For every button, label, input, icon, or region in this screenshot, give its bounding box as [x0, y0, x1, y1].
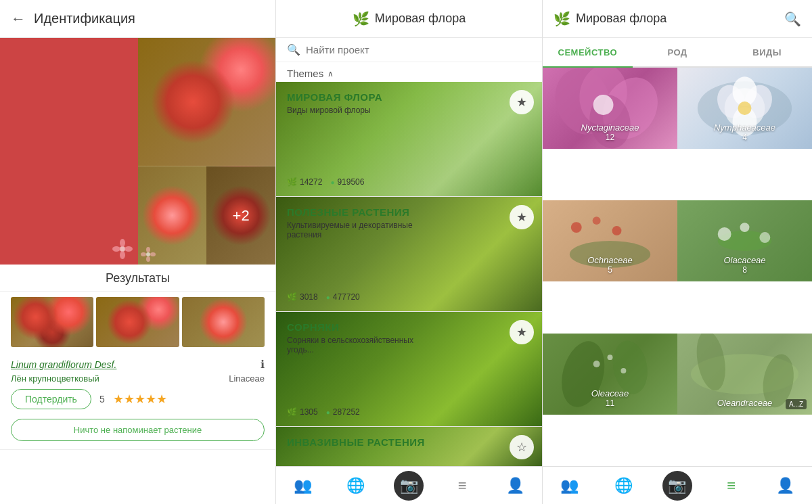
chevron-up-icon[interactable]: ∧ — [328, 69, 334, 78]
taxon-oleaceae[interactable]: Oleaceae 11 — [543, 334, 677, 415]
panel2-title: Мировая флора — [375, 12, 466, 26]
star-button[interactable]: ★ — [510, 90, 534, 114]
globe-icon: 🌐 — [614, 477, 633, 495]
svg-point-37 — [608, 354, 613, 360]
themes-label[interactable]: Themes — [287, 68, 323, 79]
themes-row: Themes ∧ — [276, 62, 542, 82]
more-photos-count: +2 — [233, 207, 250, 225]
svg-point-31 — [740, 223, 750, 232]
obs-icon: ● — [330, 179, 334, 186]
star-button[interactable]: ★ — [510, 205, 534, 229]
result-thumb-1[interactable] — [11, 297, 93, 347]
taxonomy-tabs: СЕМЕЙСТВО РОД ВИДЫ — [543, 38, 812, 68]
result-thumb-3[interactable] — [182, 297, 265, 347]
taxon-nyctaginaceae[interactable]: Nyctaginaceae 12 — [543, 68, 677, 149]
flora-item-stats: 🌿 1305 ● 287252 — [287, 407, 531, 417]
svg-point-6 — [146, 247, 150, 252]
confirm-button[interactable]: Подтердить — [11, 389, 91, 409]
nav-community[interactable]: 👥 — [543, 467, 597, 504]
camera-button[interactable]: 📷 — [662, 471, 692, 501]
star-button[interactable]: ☆ — [510, 435, 534, 459]
svg-point-30 — [759, 232, 770, 243]
search-bar: 🔍 — [276, 38, 542, 62]
flora-item-world[interactable]: МИРОВАЯ ФЛОРА Виды мировой флоры 🌿 14272… — [276, 82, 542, 197]
search-icon[interactable]: 🔍 — [784, 11, 801, 27]
star-icon: ★ — [516, 325, 527, 340]
nav-camera[interactable]: 📷 — [650, 467, 704, 504]
az-badge: A...Z — [786, 399, 807, 409]
svg-point-0 — [120, 246, 125, 252]
result-thumbnails — [0, 292, 275, 352]
flora-item-useful[interactable]: ПОЛЕЗНЫЕ РАСТЕНИЯ Культивируемые и декор… — [276, 197, 542, 312]
panel-world-flora-taxonomy: 🌿 Мировая флора 🔍 СЕМЕЙСТВО РОД ВИДЫ — [543, 0, 812, 504]
info-icon[interactable]: ℹ — [261, 358, 265, 371]
bottom-nav: 👥 🌐 📷 ≡ 👤 — [276, 466, 542, 504]
taxon-count: 11 — [543, 398, 677, 408]
svg-point-3 — [112, 246, 120, 252]
svg-point-23 — [571, 222, 582, 233]
nav-profile[interactable]: 👤 — [758, 467, 812, 504]
taxon-oleandraceae[interactable]: Oleandraceae A...Z — [677, 334, 812, 415]
tab-species[interactable]: ВИДЫ — [722, 38, 812, 66]
star-button[interactable]: ★ — [510, 320, 534, 344]
obs-icon: ● — [326, 409, 330, 416]
star-icon: ★ — [516, 210, 527, 225]
camera-button[interactable]: 📷 — [394, 471, 424, 501]
taxon-name: Nyctaginaceae 12 — [543, 122, 677, 142]
flora-count2: 919506 — [337, 177, 364, 187]
flora-item-desc: Сорняки в сельскохозяйственных угодь... — [287, 336, 422, 354]
photo-top-right[interactable] — [138, 38, 276, 166]
globe-icon: 🌐 — [346, 477, 365, 495]
svg-point-8 — [141, 252, 146, 256]
search-icon: 🔍 — [287, 43, 300, 56]
photo-bottom-left[interactable] — [138, 166, 207, 265]
nav-camera[interactable]: 📷 — [382, 467, 436, 504]
flora-count1: 3018 — [300, 292, 318, 302]
flora-item-stats: 🌿 3018 ● 477720 — [287, 292, 531, 302]
leaf-icon: 🌿 — [353, 11, 369, 27]
plant-icon: 🌿 — [287, 292, 297, 302]
result-thumb-2[interactable] — [96, 297, 179, 347]
main-photo[interactable] — [0, 38, 138, 265]
species-info: Linum grandiflorum Desf. ℹ Лён крупноцве… — [0, 352, 275, 450]
nav-globe[interactable]: 🌐 — [597, 467, 651, 504]
nav-menu[interactable]: ≡ — [704, 467, 759, 504]
panel3-header: 🌿 Мировая флора 🔍 — [543, 0, 812, 38]
svg-point-35 — [593, 361, 600, 367]
tab-genus[interactable]: РОД — [633, 38, 723, 66]
taxon-nymphaeaceae[interactable]: Nymphaeaceae 4 — [677, 68, 812, 149]
panel-world-flora-search: 🌿 Мировая флора 🔍 Themes ∧ МИРОВАЯ ФЛОРА… — [276, 0, 543, 504]
taxon-count: 5 — [543, 265, 677, 275]
panel3-title: Мировая флора — [576, 12, 667, 26]
svg-point-14 — [593, 95, 614, 115]
back-button[interactable]: ← — [11, 10, 26, 28]
nav-profile[interactable]: 👤 — [489, 467, 542, 504]
nav-globe[interactable]: 🌐 — [330, 467, 383, 504]
species-russian-name: Лён крупноцветковый — [11, 373, 99, 384]
camera-icon: 📷 — [668, 477, 686, 495]
species-family: Linaceae — [229, 373, 265, 384]
search-input[interactable] — [306, 44, 531, 55]
taxon-ochnaceae[interactable]: Ochnaceae 5 — [543, 200, 677, 281]
flora-item-stats: 🌿 14272 ● 919506 — [287, 177, 531, 187]
people-icon: 👥 — [294, 477, 312, 495]
flora-item-content: ИНВАЗИВНЫЕ РАСТЕНИЯ — [276, 427, 542, 466]
nav-community[interactable]: 👥 — [276, 467, 330, 504]
flora-item-content: СОРНЯКИ Сорняки в сельскохозяйственных у… — [276, 312, 542, 426]
flora-item-invasive[interactable]: ИНВАЗИВНЫЕ РАСТЕНИЯ ☆ — [276, 427, 542, 466]
tab-family[interactable]: СЕМЕЙСТВО — [543, 38, 633, 66]
taxon-olacaceae[interactable]: Olacaceae 8 — [677, 200, 812, 281]
nav-menu[interactable]: ≡ — [436, 467, 489, 504]
nothing-resembles-button[interactable]: Ничто не напоминает растение — [11, 419, 265, 441]
flora-list: МИРОВАЯ ФЛОРА Виды мировой флоры 🌿 14272… — [276, 82, 542, 466]
flora-item-desc: Культивируемые и декоративные растения — [287, 221, 422, 239]
taxonomy-grid: Nyctaginaceae 12 Nymphaeaceae 4 — [543, 68, 812, 466]
camera-icon: 📷 — [400, 477, 418, 495]
obs-icon: ● — [326, 294, 330, 301]
species-scientific-name[interactable]: Linum grandiflorum Desf. — [11, 359, 116, 370]
svg-point-7 — [146, 256, 150, 262]
photo-grid: +2 — [0, 38, 275, 265]
photo-count-more[interactable]: +2 — [206, 166, 275, 265]
flora-item-name: МИРОВАЯ ФЛОРА — [287, 91, 531, 103]
flora-item-weeds[interactable]: СОРНЯКИ Сорняки в сельскохозяйственных у… — [276, 312, 542, 427]
